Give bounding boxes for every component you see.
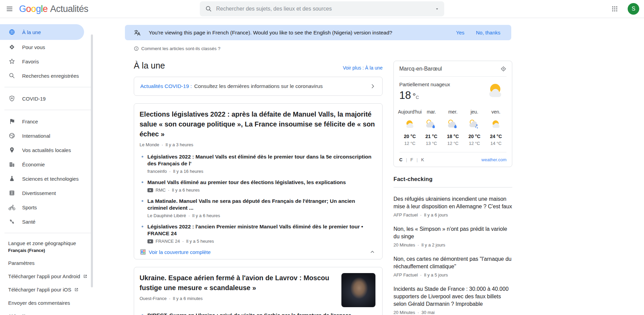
- full-coverage-link[interactable]: Voir la couverture complète: [149, 249, 211, 255]
- forecast-high: 24 °C: [490, 134, 502, 139]
- unit-celsius[interactable]: C: [399, 157, 402, 162]
- article-thumbnail[interactable]: [341, 273, 375, 307]
- sidebar-item-label: Favoris: [22, 59, 39, 64]
- sidebar-item-economie[interactable]: Économie: [0, 157, 84, 171]
- sidebar-item-label: Sciences et technologies: [22, 176, 79, 182]
- see-more-link[interactable]: Voir plus : À la une: [343, 65, 383, 71]
- related-article[interactable]: Législatives 2022 : l'ancien Premier min…: [140, 223, 375, 244]
- covid-news-link[interactable]: Actualités COVID-19 :: [140, 83, 192, 89]
- use-my-location-button[interactable]: [500, 66, 506, 72]
- google-apps-button[interactable]: [608, 2, 622, 16]
- related-article-title[interactable]: La Matinale. Manuel Valls ne sera pas dé…: [147, 198, 375, 211]
- sidebar-item-sante[interactable]: Santé: [0, 214, 84, 229]
- download-ios-label: Télécharger l'appli pour iOS: [8, 287, 71, 292]
- sidebar-divider: [4, 87, 91, 87]
- fact-check-source: 20 Minutes: [393, 242, 415, 247]
- search-dropdown-caret-icon[interactable]: [435, 6, 439, 11]
- sidebar-item-actualites-locales[interactable]: Vos actualités locales: [0, 143, 84, 157]
- fact-check-article[interactable]: Non, les « Simpson » n'ont pas prédit la…: [393, 225, 512, 247]
- sidebar-item-pour-vous[interactable]: Pour vous: [0, 40, 84, 54]
- google-news-logo[interactable]: Google Actualités: [19, 4, 88, 14]
- sidebar-item-download-android[interactable]: Télécharger l'appli pour Android: [8, 270, 95, 283]
- related-article-title[interactable]: DIRECT. Guerre en Ukraine : privé de vis…: [147, 312, 352, 315]
- translate-banner-text: You're viewing this page in French (Fran…: [149, 30, 392, 36]
- forecast-low: 14 °C: [490, 141, 502, 146]
- fact-check-title[interactable]: Des réfugiés ukrainiens incendient une m…: [393, 195, 512, 210]
- ranking-info-text: Comment les articles sont-ils classés ?: [141, 46, 221, 51]
- translate-no-button[interactable]: No, thanks: [476, 30, 500, 35]
- related-article-title[interactable]: Législatives 2022 : Manuel Valls est éli…: [147, 153, 375, 167]
- rain-icon: [447, 118, 459, 131]
- sidebar-item-a-la-une[interactable]: À la une: [0, 24, 84, 40]
- sidebar-item-label: International: [22, 133, 50, 139]
- related-article[interactable]: La Matinale. Manuel Valls ne sera pas dé…: [140, 198, 375, 218]
- related-article-title[interactable]: Manuel Valls éliminé au premier tour des…: [147, 179, 375, 186]
- video-play-icon: [147, 239, 153, 243]
- sidebar-divider: [4, 233, 91, 233]
- sidebar-item-label: France: [22, 119, 38, 124]
- covid-news-card[interactable]: Actualités COVID-19 : Consultez les dern…: [134, 77, 383, 96]
- weather-provider-link[interactable]: weather.com: [481, 157, 506, 162]
- collapse-cluster-button[interactable]: [369, 249, 375, 255]
- search-bar[interactable]: [200, 1, 444, 16]
- related-article-title[interactable]: Législatives 2022 : l'ancien Premier min…: [147, 223, 375, 237]
- weather-current-icon: [485, 81, 504, 101]
- forecast-low: 12 °C: [447, 141, 458, 146]
- sidebar-item-settings[interactable]: Paramètres: [8, 256, 95, 270]
- related-article[interactable]: Manuel Valls éliminé au premier tour des…: [140, 179, 375, 193]
- fact-check-title[interactable]: Non, ces cartes ne démontrent pas "l'arn…: [393, 255, 512, 270]
- fact-check-source: 20 Minutes: [393, 310, 415, 315]
- hamburger-menu-button[interactable]: [3, 2, 16, 16]
- sidebar-item-divertissement[interactable]: Divertissement: [0, 186, 84, 200]
- sidebar-item-recherches-enregistrees[interactable]: Recherches enregistrées: [0, 69, 84, 83]
- forecast-high: 21 °C: [425, 134, 437, 139]
- language-region-label: Langue et zone géographique: [8, 240, 95, 246]
- translate-icon: [133, 29, 141, 37]
- sidebar-item-label: COVID-19: [22, 96, 46, 102]
- sidebar-item-sciences-technologies[interactable]: Sciences et technologies: [0, 171, 84, 186]
- weather-widget: Marcq-en-Barœul Partiellement nuageux 18: [393, 61, 512, 167]
- sports-cycling-icon: [8, 204, 16, 211]
- sidebar-item-language-region[interactable]: Langue et zone géographique Français (Fr…: [8, 237, 95, 256]
- sidebar-item-help[interactable]: Aide: [8, 310, 95, 315]
- sidebar-item-france[interactable]: France: [0, 114, 84, 129]
- forecast-day: Aujourd'hui 20 °C 12 °C: [399, 109, 420, 146]
- hamburger-icon: [6, 5, 13, 13]
- sidebar-item-covid-19[interactable]: COVID-19: [0, 91, 84, 106]
- fact-check-article[interactable]: Non, ces cartes ne démontrent pas "l'arn…: [393, 255, 512, 278]
- search-input[interactable]: [216, 6, 435, 12]
- sidebar-item-download-ios[interactable]: Télécharger l'appli pour iOS: [8, 283, 95, 296]
- sidebar-item-sports[interactable]: Sports: [0, 200, 84, 214]
- my-location-icon: [500, 66, 506, 72]
- flag-icon: [8, 118, 16, 125]
- account-avatar[interactable]: S: [628, 3, 639, 15]
- sidebar-divider: [4, 110, 91, 110]
- unit-fahrenheit[interactable]: F: [410, 157, 413, 162]
- article-headline[interactable]: Elections législatives 2022 : après la d…: [140, 109, 375, 139]
- fact-check-article[interactable]: Des réfugiés ukrainiens incendient une m…: [393, 195, 512, 217]
- article-source: Le Monde: [140, 142, 159, 147]
- translate-yes-button[interactable]: Yes: [456, 30, 464, 35]
- fact-check-title[interactable]: Non, les « Simpson » n'ont pas prédit la…: [393, 225, 512, 240]
- related-article-source: FRANCE 24: [156, 239, 180, 244]
- forecast-day: ven. 24 °C 14 °C: [485, 109, 506, 146]
- fact-check-title[interactable]: Incidents au Stade de France : 30.000 à …: [393, 285, 512, 308]
- sidebar-scrollbar[interactable]: [91, 34, 93, 287]
- article-time: Il y a 3 heures: [165, 142, 193, 147]
- sidebar-item-international[interactable]: International: [0, 129, 84, 143]
- sidebar-item-feedback[interactable]: Envoyer des commentaires: [8, 296, 95, 310]
- sidebar-item-label: Sports: [22, 205, 37, 210]
- feedback-label: Envoyer des commentaires: [8, 300, 70, 306]
- related-article[interactable]: DIRECT. Guerre en Ukraine : privé de vis…: [140, 312, 375, 315]
- article-headline[interactable]: Ukraine. Espace aérien fermé à l'avion d…: [140, 273, 333, 293]
- forecast-high: 20 °C: [404, 134, 416, 139]
- ranking-info-link[interactable]: Comment les articles sont-ils classés ?: [134, 46, 644, 51]
- sidebar-item-favoris[interactable]: Favoris: [0, 54, 84, 69]
- related-article[interactable]: Législatives 2022 : Manuel Valls est éli…: [140, 153, 375, 174]
- drizzle-icon: [468, 118, 481, 131]
- fact-check-article[interactable]: Incidents au Stade de France : 30.000 à …: [393, 285, 512, 315]
- unit-kelvin[interactable]: K: [421, 157, 424, 162]
- chevron-right-icon: [369, 83, 376, 90]
- related-article-source: RMC: [156, 188, 166, 193]
- meta-separator: [418, 242, 419, 247]
